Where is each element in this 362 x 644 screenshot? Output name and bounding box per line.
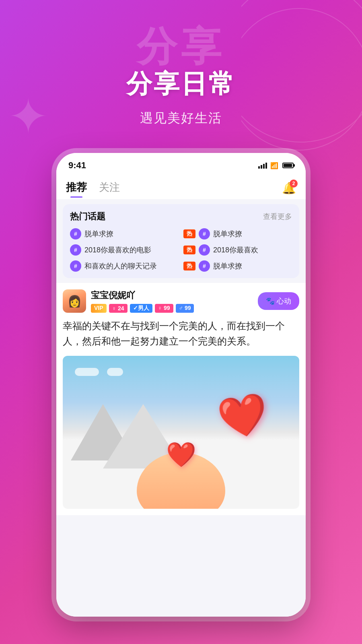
tab-bar: 推荐 关注 🔔 2 [56, 174, 306, 199]
hot-topics-title: 热门话题 [70, 211, 105, 223]
signal-icon [258, 162, 267, 169]
list-item[interactable]: # 2018你最喜欢的电影 [70, 244, 179, 256]
heart-button[interactable]: 🐾 心动 [258, 292, 299, 310]
wifi-icon: 📶 [270, 162, 278, 169]
post-text: 幸福的关键不在与找到一个完美的人，而在找到一个人，然后和他一起努力建立一个完美的… [63, 318, 299, 349]
hot-badge: 热 [183, 229, 195, 238]
list-item[interactable]: 热 # 2018你最喜欢 [183, 244, 292, 256]
tab-following[interactable]: 关注 [99, 180, 120, 196]
hot-topics-more[interactable]: 查看更多 [263, 212, 292, 221]
list-item[interactable]: 热 # 脱单求撩 [183, 228, 292, 239]
topic-text: 2018你最喜欢的电影 [84, 245, 151, 255]
list-item[interactable]: # 脱单求撩 [70, 228, 179, 239]
author-info: 宝宝倪妮吖 VIP ♀ 24 ✓男人 ♀ 99 ♂ 99 [91, 289, 194, 313]
cloud-decoration [75, 368, 287, 376]
hash-icon: # [199, 244, 210, 256]
female-count-tag: ♀ 99 [155, 304, 173, 313]
avatar: 👩 [63, 289, 86, 313]
topic-text: 2018你最喜欢 [213, 245, 258, 255]
hash-icon: # [70, 228, 81, 239]
male-count-tag: ♂ 99 [176, 304, 194, 313]
verify-tag: ✓男人 [130, 304, 152, 313]
hot-topics-header: 热门话题 查看更多 [70, 211, 292, 223]
status-time: 9:41 [68, 160, 86, 171]
author-name: 宝宝倪妮吖 [91, 289, 194, 301]
page-subtitle: 遇见美好生活 [140, 109, 222, 127]
hash-icon: # [70, 260, 81, 272]
hash-icon: # [199, 260, 210, 272]
hand-area: ❤️ [121, 428, 241, 509]
list-item[interactable]: # 和喜欢的人的聊天记录 [70, 260, 179, 272]
topic-text: 脱单求撩 [213, 261, 242, 271]
app-content: 推荐 关注 🔔 2 热门话题 查看更多 # 脱单求撩 [56, 174, 306, 617]
post-author: 👩 宝宝倪妮吖 VIP ♀ 24 ✓男人 ♀ 99 ♂ 99 [63, 289, 194, 313]
topic-text: 和喜欢的人的聊天记录 [84, 261, 157, 271]
topic-text: 脱单求撩 [213, 229, 242, 239]
hot-badge: 热 [183, 262, 195, 270]
hot-topics-section: 热门话题 查看更多 # 脱单求撩 热 # 脱单求撩 [63, 204, 299, 278]
status-bar: 9:41 📶 [56, 153, 306, 174]
header-area: 分享 分享日常 遇见美好生活 [0, 0, 362, 169]
page-title: 分享日常 [126, 66, 236, 101]
hot-topics-grid: # 脱单求撩 热 # 脱单求撩 # 2018你最喜欢的电影 [70, 228, 292, 272]
status-icons: 📶 [258, 162, 294, 169]
post-card: 👩 宝宝倪妮吖 VIP ♀ 24 ✓男人 ♀ 99 ♂ 99 [56, 283, 306, 515]
notification-button[interactable]: 🔔 2 [282, 181, 296, 196]
female-tag: ♀ 24 [109, 304, 128, 313]
phone-mockup: 9:41 📶 推荐 关注 [56, 153, 306, 628]
topic-text: 脱单求撩 [84, 229, 113, 239]
notification-badge: 2 [290, 180, 298, 188]
hash-icon: # [199, 228, 210, 239]
phone-frame: 9:41 📶 推荐 关注 [56, 153, 306, 617]
tab-recommended[interactable]: 推荐 [66, 180, 87, 196]
author-tags: VIP ♀ 24 ✓男人 ♀ 99 ♂ 99 [91, 304, 194, 313]
battery-icon [282, 163, 294, 168]
list-item[interactable]: 热 # 脱单求撩 [183, 260, 292, 272]
post-header: 👩 宝宝倪妮吖 VIP ♀ 24 ✓男人 ♀ 99 ♂ 99 [63, 289, 299, 313]
hot-badge: 热 [183, 246, 195, 254]
tab-list: 推荐 关注 [66, 180, 120, 196]
post-image: ❤️ ❤️ [63, 356, 299, 509]
vip-tag: VIP [91, 304, 107, 313]
hash-icon: # [70, 244, 81, 256]
